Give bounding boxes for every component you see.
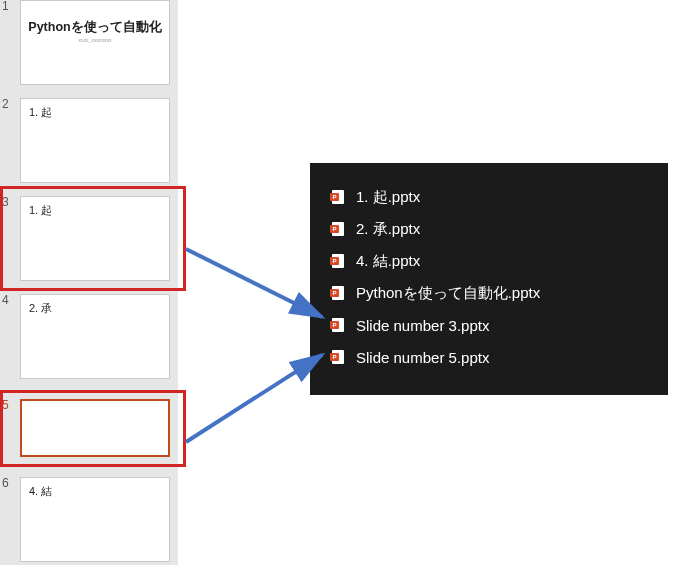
pptx-file-icon: P: [330, 221, 346, 237]
pptx-file-icon: P: [330, 285, 346, 301]
file-row[interactable]: P 1. 起.pptx: [330, 181, 648, 213]
file-name: 4. 結.pptx: [356, 252, 420, 271]
file-name: Slide number 5.pptx: [356, 349, 489, 366]
slide-subtitle: xxxx_xxxxxxxx: [21, 37, 169, 43]
file-name: Slide number 3.pptx: [356, 317, 489, 334]
slide-title: 1. 起: [29, 105, 52, 120]
slide-title: Pythonを使って自動化: [21, 19, 169, 36]
highlight-slide-3: [0, 186, 186, 291]
svg-text:P: P: [332, 258, 336, 264]
slide-number: 6: [2, 476, 9, 490]
slide-title: 4. 結: [29, 484, 52, 499]
svg-text:P: P: [332, 322, 336, 328]
slide-number: 2: [2, 97, 9, 111]
pptx-file-icon: P: [330, 189, 346, 205]
pptx-file-icon: P: [330, 349, 346, 365]
file-row[interactable]: P Slide number 5.pptx: [330, 341, 648, 373]
file-row[interactable]: P 4. 結.pptx: [330, 245, 648, 277]
file-name: 2. 承.pptx: [356, 220, 420, 239]
file-name: Pythonを使って自動化.pptx: [356, 284, 540, 303]
arrow-slide3-to-file: [186, 249, 322, 317]
file-row[interactable]: P 2. 承.pptx: [330, 213, 648, 245]
highlight-slide-5: [0, 390, 186, 467]
pptx-file-icon: P: [330, 253, 346, 269]
file-explorer-panel: P 1. 起.pptx P 2. 承.pptx P 4. 結.pptx P Py…: [310, 163, 668, 395]
svg-text:P: P: [332, 290, 336, 296]
file-name: 1. 起.pptx: [356, 188, 420, 207]
svg-text:P: P: [332, 354, 336, 360]
file-row[interactable]: P Pythonを使って自動化.pptx: [330, 277, 648, 309]
slide-title: 2. 承: [29, 301, 52, 316]
file-row[interactable]: P Slide number 3.pptx: [330, 309, 648, 341]
slide-number: 4: [2, 293, 9, 307]
slide-number: 1: [2, 0, 9, 13]
pptx-file-icon: P: [330, 317, 346, 333]
svg-text:P: P: [332, 226, 336, 232]
arrow-slide5-to-file: [186, 355, 322, 442]
svg-text:P: P: [332, 194, 336, 200]
